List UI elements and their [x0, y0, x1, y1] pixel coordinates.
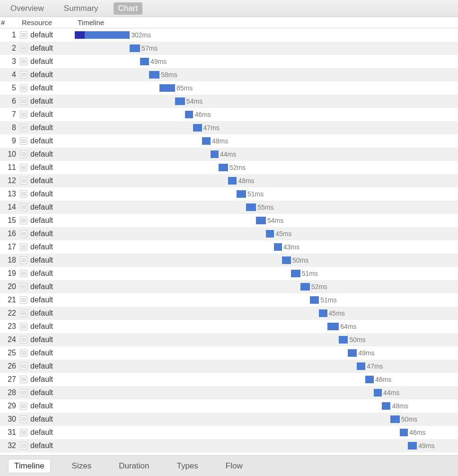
table-row[interactable]: 8default47ms [0, 121, 458, 134]
row-number: 10 [0, 150, 20, 159]
document-icon [20, 243, 27, 251]
duration-label: 45ms [327, 309, 345, 317]
table-row[interactable]: 7default46ms [0, 108, 458, 121]
table-row[interactable]: 31default46ms [0, 426, 458, 439]
subtab-types[interactable]: Types [171, 459, 203, 473]
row-number: 32 [0, 441, 20, 450]
subtab-sizes[interactable]: Sizes [66, 459, 97, 473]
duration-bar[interactable] [374, 389, 382, 397]
tab-summary[interactable]: Summary [59, 2, 103, 15]
subtab-duration[interactable]: Duration [113, 459, 155, 473]
col-timeline[interactable]: Timeline [76, 18, 458, 26]
duration-bar[interactable] [193, 124, 202, 132]
table-row[interactable]: 13default51ms [0, 187, 458, 201]
duration-bar[interactable] [382, 402, 390, 410]
row-number: 6 [0, 97, 20, 106]
duration-bar[interactable] [357, 362, 365, 370]
duration-bar[interactable] [282, 256, 291, 264]
timeline-cell: 54ms [75, 97, 458, 106]
table-row[interactable]: 14default55ms [0, 201, 458, 214]
duration-bar[interactable] [408, 442, 417, 450]
duration-bar[interactable] [185, 111, 194, 118]
table-row[interactable]: 15default54ms [0, 214, 458, 227]
tab-overview[interactable]: Overview [6, 2, 49, 15]
table-row[interactable]: 18default50ms [0, 254, 458, 267]
table-row[interactable]: 12default48ms [0, 174, 458, 187]
resource-name: default [30, 296, 75, 304]
table-row[interactable]: 10default44ms [0, 148, 458, 161]
timeline-cell: 50ms [75, 415, 458, 423]
duration-bar[interactable] [256, 217, 266, 224]
duration-label: 54ms [266, 216, 283, 225]
duration-bar[interactable] [237, 190, 246, 198]
table-row[interactable]: 20default52ms [0, 280, 458, 293]
table-row[interactable]: 9default48ms [0, 134, 458, 148]
duration-bar[interactable] [327, 323, 339, 330]
duration-bar[interactable] [400, 429, 408, 436]
document-icon [20, 150, 27, 158]
subtab-flow[interactable]: Flow [220, 459, 248, 473]
duration-bar[interactable] [175, 97, 185, 105]
duration-label: 51ms [300, 269, 318, 278]
table-row[interactable]: 17default43ms [0, 240, 458, 254]
columns-header: # Resource Timeline [0, 17, 458, 28]
duration-bar[interactable] [348, 349, 357, 357]
document-icon [20, 349, 27, 357]
duration-bar[interactable] [339, 336, 348, 344]
table-row[interactable]: 32default49ms [0, 439, 458, 452]
top-tabs: Overview Summary Chart [0, 0, 458, 17]
table-row[interactable]: 4default58ms [0, 68, 458, 81]
duration-label: 85ms [175, 84, 193, 92]
duration-bar[interactable] [365, 376, 374, 383]
timeline-cell: 302ms [75, 31, 458, 39]
table-row[interactable]: 29default48ms [0, 399, 458, 413]
duration-bar[interactable] [274, 243, 282, 251]
tab-chart[interactable]: Chart [114, 2, 143, 15]
duration-bar[interactable] [300, 283, 310, 291]
duration-label: 50ms [348, 335, 365, 344]
table-row[interactable]: 30default50ms [0, 413, 458, 426]
table-row[interactable]: 24default50ms [0, 333, 458, 346]
table-row[interactable]: 26default47ms [0, 360, 458, 373]
duration-bar[interactable] [266, 230, 274, 238]
duration-bar[interactable] [219, 164, 228, 171]
duration-label: 55ms [256, 203, 273, 212]
timeline-cell: 51ms [75, 190, 458, 198]
subtab-timeline[interactable]: Timeline [9, 459, 50, 473]
duration-bar[interactable] [246, 203, 256, 211]
duration-bar[interactable] [319, 309, 327, 317]
duration-bar[interactable] [310, 296, 319, 304]
table-row[interactable]: 19default51ms [0, 267, 458, 280]
table-row[interactable]: 1default302ms [0, 28, 458, 42]
document-icon [20, 111, 27, 118]
row-number: 12 [0, 176, 20, 185]
table-row[interactable]: 2default57ms [0, 42, 458, 55]
table-row[interactable]: 25default49ms [0, 346, 458, 360]
table-row[interactable]: 23default64ms [0, 320, 458, 333]
table-row[interactable]: 22default45ms [0, 307, 458, 320]
table-row[interactable]: 11default52ms [0, 161, 458, 174]
table-row[interactable]: 28default44ms [0, 386, 458, 399]
duration-bar[interactable] [149, 71, 159, 79]
duration-bar[interactable] [211, 150, 219, 158]
table-row[interactable]: 27default46ms [0, 373, 458, 386]
document-icon [20, 442, 27, 450]
duration-bar[interactable] [75, 31, 130, 39]
duration-bar[interactable] [140, 58, 149, 65]
col-resource[interactable]: Resource [20, 18, 76, 26]
duration-bar[interactable] [291, 270, 300, 277]
resource-name: default [30, 203, 75, 212]
duration-label: 46ms [408, 428, 425, 437]
duration-bar[interactable] [390, 415, 399, 423]
duration-bar[interactable] [130, 44, 140, 52]
table-row[interactable]: 21default51ms [0, 293, 458, 307]
duration-bar[interactable] [202, 137, 211, 145]
table-row[interactable]: 16default45ms [0, 227, 458, 240]
duration-bar[interactable] [228, 177, 237, 185]
table-row[interactable]: 6default54ms [0, 95, 458, 108]
col-number[interactable]: # [0, 18, 9, 26]
table-row[interactable]: 3default49ms [0, 55, 458, 68]
timeline-cell: 48ms [75, 137, 458, 145]
duration-bar[interactable] [159, 84, 175, 92]
table-row[interactable]: 5default85ms [0, 81, 458, 95]
